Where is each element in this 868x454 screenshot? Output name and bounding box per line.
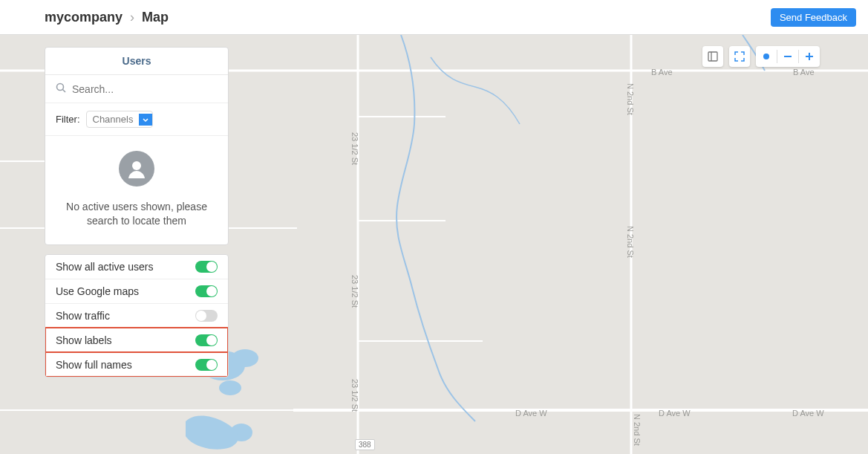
toggle-switch[interactable] <box>195 359 218 371</box>
svg-point-20 <box>57 84 64 91</box>
svg-point-16 <box>763 53 769 59</box>
filter-row: Filter: Channels <box>45 103 228 136</box>
setting-label: Show labels <box>56 334 112 346</box>
empty-state: No active users shown, please search to … <box>45 136 228 244</box>
users-panel-title: Users <box>45 48 228 75</box>
setting-label: Use Google maps <box>56 285 139 297</box>
route-badge: 388 <box>355 439 375 450</box>
user-placeholder-icon <box>119 151 154 187</box>
panel-toggle-group <box>702 46 723 67</box>
layout-panel-icon[interactable] <box>702 46 723 67</box>
search-icon <box>56 82 66 95</box>
svg-point-11 <box>232 349 258 367</box>
toggle-switch[interactable] <box>195 261 218 273</box>
search-input[interactable] <box>72 83 218 95</box>
setting-row-use-google-maps: Use Google maps <box>45 279 228 303</box>
setting-row-show-traffic: Show traffic <box>45 303 228 328</box>
road-label: 23 1/2 St <box>350 379 359 412</box>
top-bar: mycompany › Map Send Feedback <box>0 0 868 35</box>
svg-point-12 <box>219 380 241 395</box>
setting-row-show-full-names: Show full names <box>45 352 228 377</box>
chevron-right-icon: › <box>130 10 134 25</box>
svg-point-22 <box>132 161 141 170</box>
road-label: B Ave <box>793 68 815 77</box>
road-label: N 2nd St <box>626 226 635 258</box>
setting-label: Show full names <box>56 359 132 371</box>
zoom-group <box>756 46 820 67</box>
zoom-in-button[interactable] <box>799 46 820 67</box>
svg-rect-14 <box>708 52 717 61</box>
toggle-switch[interactable] <box>195 285 218 297</box>
setting-row-show-labels: Show labels <box>45 328 228 352</box>
sidebar: Users Filter: Channels No active users s… <box>45 47 229 377</box>
road-label: N 2nd St <box>633 414 642 446</box>
filter-value: Channels <box>87 111 140 127</box>
setting-row-show-all-active-users: Show all active users <box>45 255 228 279</box>
setting-label: Show traffic <box>56 310 110 322</box>
breadcrumb-page: Map <box>142 10 169 25</box>
map-settings-panel: Show all active usersUse Google mapsShow… <box>45 254 229 377</box>
svg-line-21 <box>63 90 66 93</box>
center-dot-icon[interactable] <box>756 46 777 67</box>
empty-state-text: No active users shown, please search to … <box>59 200 215 228</box>
filter-label: Filter: <box>56 114 80 125</box>
road-label: 23 1/2 St <box>350 132 359 165</box>
toggle-switch[interactable] <box>195 310 218 322</box>
road-label: D Ave W <box>515 409 547 418</box>
fullscreen-group <box>729 46 750 67</box>
zoom-out-button[interactable] <box>777 46 798 67</box>
map-controls <box>702 46 820 67</box>
road-label: D Ave W <box>792 409 824 418</box>
fullscreen-icon[interactable] <box>729 46 750 67</box>
setting-label: Show all active users <box>56 261 154 273</box>
road-label: B Ave <box>651 68 673 77</box>
users-panel: Users Filter: Channels No active users s… <box>45 47 229 245</box>
road-label: N 2nd St <box>626 83 635 115</box>
chevron-down-icon <box>139 114 152 126</box>
filter-dropdown[interactable]: Channels <box>86 111 154 128</box>
road-label: 23 1/2 St <box>350 275 359 308</box>
toggle-switch[interactable] <box>195 334 218 346</box>
send-feedback-button[interactable]: Send Feedback <box>771 8 856 27</box>
search-row <box>45 75 228 103</box>
road-label: D Ave W <box>659 409 691 418</box>
breadcrumb: mycompany › Map <box>45 10 169 25</box>
breadcrumb-company[interactable]: mycompany <box>45 10 123 25</box>
